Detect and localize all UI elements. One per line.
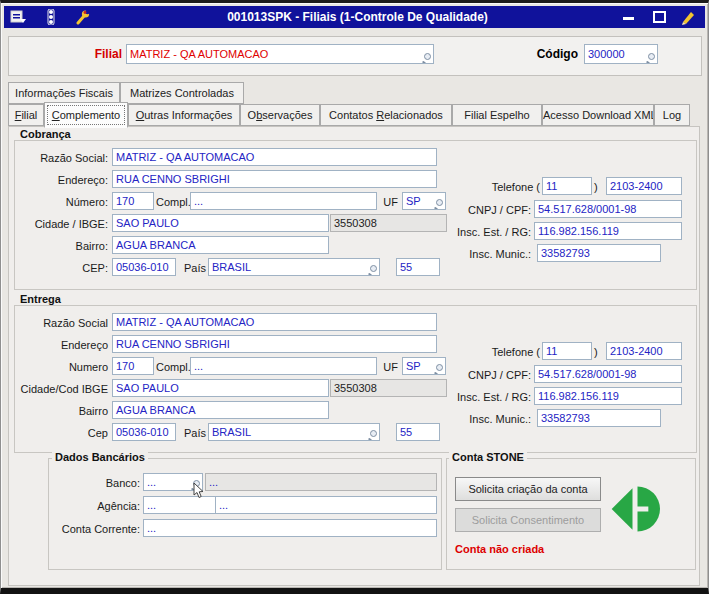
ddd-input[interactable]: 11: [542, 177, 592, 195]
razao-social-input[interactable]: MATRIZ - QA AUTOMACAO: [112, 148, 437, 166]
cep-input[interactable]: 05036-010: [112, 423, 176, 441]
cep-label: Cep: [10, 424, 108, 442]
entrega-title: Entrega: [17, 293, 64, 305]
uf-label: UF: [378, 358, 398, 376]
filial-input[interactable]: MATRIZ - QA AUTOMACAO: [126, 44, 434, 64]
razao-social-input[interactable]: MATRIZ - QA AUTOMACAO: [112, 313, 437, 331]
razao-social-label: Razão Social:: [10, 149, 108, 167]
ddd-input[interactable]: 11: [542, 342, 592, 360]
tab-contatos-relacionados[interactable]: Contatos Relacionados: [320, 104, 452, 126]
insc-est-label: Insc. Est. / RG:: [420, 223, 531, 241]
endereco-input[interactable]: RUA CENNO SBRIGHI: [112, 335, 437, 353]
endereco-label: Endereço: [10, 336, 108, 354]
solicita-criacao-conta-button[interactable]: Solicita criação da conta: [455, 477, 601, 501]
agencia-label: Agência:: [44, 497, 140, 515]
cidade-label: Cidade/Cod IBGE: [10, 380, 108, 398]
tab-outras-informacoes[interactable]: Outras Informações: [128, 104, 240, 126]
pais-input[interactable]: BRASIL: [208, 423, 380, 441]
tab-matrizes-controladas[interactable]: Matrizes Controladas: [120, 82, 244, 104]
codigo-label: Código: [500, 45, 578, 64]
cnpj-input[interactable]: 54.517.628/0001-98: [534, 365, 682, 383]
compl-input[interactable]: ...: [190, 192, 377, 210]
telefone-label: Telefone (: [432, 178, 540, 196]
insc-est-label: Insc. Est. / RG:: [420, 388, 531, 406]
stone-logo-icon: [609, 484, 661, 534]
cnpj-label: CNPJ / CPF:: [420, 201, 531, 219]
conta-corrente-input[interactable]: ...: [143, 519, 437, 537]
minimize-icon[interactable]: [619, 9, 639, 25]
lookup-icon[interactable]: [645, 52, 657, 64]
conta-corrente-label: Conta Corrente:: [34, 520, 140, 538]
insc-mun-input[interactable]: 33582793: [537, 244, 661, 262]
agencia-input[interactable]: ...: [143, 496, 216, 514]
tab-observacoes[interactable]: Observações: [240, 104, 320, 126]
lookup-icon[interactable]: [367, 429, 379, 441]
codigo-input[interactable]: 300000: [584, 44, 658, 64]
tab-complemento[interactable]: Complemento: [44, 102, 128, 128]
telefone-input[interactable]: 2103-2400: [606, 342, 682, 360]
filial-label: Filial: [30, 45, 122, 64]
cnpj-label: CNPJ / CPF:: [420, 366, 531, 384]
telefone-label: Telefone (: [432, 343, 540, 361]
cep-input[interactable]: 05036-010: [112, 258, 176, 276]
cidade-label: Cidade / IBGE:: [10, 215, 108, 233]
tab-acesso-download-xml[interactable]: Acesso Download XML: [542, 104, 654, 126]
cidade-input[interactable]: SAO PAULO: [112, 379, 329, 397]
telefone-input[interactable]: 2103-2400: [606, 177, 682, 195]
tab-log[interactable]: Log: [654, 104, 690, 126]
bairro-label: Bairro: [10, 402, 108, 420]
insc-mun-label: Insc. Munic.:: [420, 410, 531, 428]
pais-label: País: [178, 259, 206, 277]
solicita-consentimento-button[interactable]: Solicita Consentimento: [455, 508, 601, 532]
uf-label: UF: [378, 193, 398, 211]
traffic-light-icon[interactable]: [42, 9, 60, 25]
notes-icon[interactable]: [10, 9, 28, 25]
edit-pencil-icon[interactable]: [679, 9, 699, 25]
banco-label: Banco:: [44, 474, 140, 492]
razao-social-label: Razão Social: [10, 314, 108, 332]
cnpj-input[interactable]: 54.517.628/0001-98: [534, 200, 682, 218]
telefone-paren: ): [594, 343, 602, 361]
cidade-input[interactable]: SAO PAULO: [112, 214, 329, 232]
compl-label: Compl.: [156, 358, 188, 376]
insc-mun-label: Insc. Munic.:: [420, 245, 531, 263]
cobranca-title: Cobrança: [17, 128, 74, 140]
lookup-icon[interactable]: [421, 52, 433, 64]
insc-est-input[interactable]: 116.982.156.119: [534, 387, 682, 405]
endereco-input[interactable]: RUA CENNO SBRIGHI: [112, 170, 437, 188]
titlebar: 001013SPK - Filiais (1-Controle De Quali…: [4, 6, 705, 28]
insc-est-input[interactable]: 116.982.156.119: [534, 222, 682, 240]
maximize-icon[interactable]: [649, 9, 669, 25]
lookup-icon[interactable]: [367, 264, 379, 276]
wrench-icon[interactable]: [74, 9, 92, 25]
insc-mun-input[interactable]: 33582793: [537, 409, 661, 427]
app-window: 001013SPK - Filiais (1-Controle De Quali…: [0, 0, 709, 594]
mouse-cursor: [193, 483, 205, 499]
pais-label: País: [178, 424, 206, 442]
bairro-label: Bairro:: [10, 237, 108, 255]
tab-informacoes-fiscais[interactable]: Informações Fiscais: [8, 82, 120, 104]
bairro-input[interactable]: AGUA BRANCA: [112, 401, 329, 419]
endereco-label: Endereço:: [10, 171, 108, 189]
numero-label: Número:: [10, 193, 108, 211]
cep-label: CEP:: [10, 259, 108, 277]
pais-input[interactable]: BRASIL: [208, 258, 380, 276]
numero-input[interactable]: 170: [112, 357, 154, 375]
banco-desc-field: ...: [205, 473, 437, 491]
bairro-input[interactable]: AGUA BRANCA: [112, 236, 329, 254]
numero-input[interactable]: 170: [112, 192, 154, 210]
compl-label: Compl.: [156, 193, 188, 211]
agencia-dv-input[interactable]: ...: [215, 496, 437, 514]
window-title: 001013SPK - Filiais (1-Controle De Quali…: [106, 10, 609, 24]
compl-input[interactable]: ...: [190, 357, 377, 375]
tab-filial-espelho[interactable]: Filial Espelho: [452, 104, 542, 126]
numero-label: Numero: [10, 358, 108, 376]
conta-status-text: Conta não criada: [455, 543, 544, 555]
tab-filial[interactable]: Filial: [8, 104, 44, 126]
conta-stone-title: Conta STONE: [449, 451, 527, 463]
dados-bancarios-title: Dados Bancários: [52, 451, 148, 463]
telefone-paren: ): [594, 178, 602, 196]
